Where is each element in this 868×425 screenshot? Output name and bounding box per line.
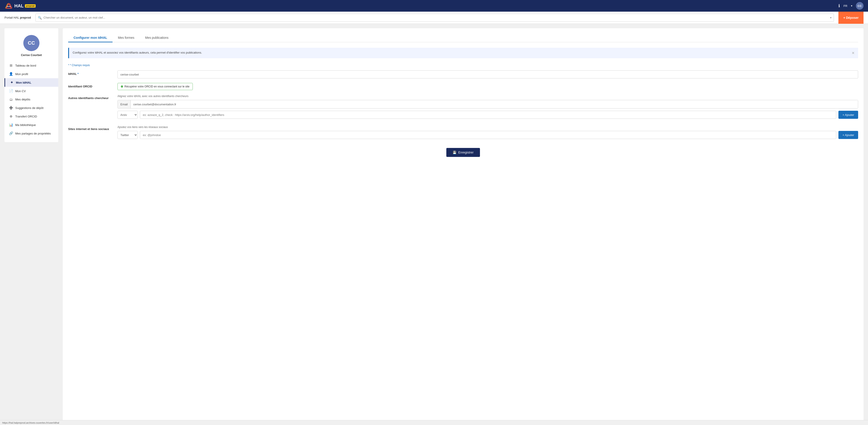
lang-arrow[interactable]: ▾	[851, 4, 852, 7]
sidebar-item-tableau-de-bord[interactable]: ⊞ Tableau de bord	[4, 61, 58, 70]
twitter-input[interactable]	[140, 131, 836, 139]
email-input-row: Email	[118, 100, 858, 109]
deposit-button[interactable]: + Déposer	[838, 12, 864, 24]
sidebar-profile: CC Cerise Courbet	[4, 33, 58, 61]
sidebar-label: Suggestions de dépôt	[15, 106, 43, 110]
info-icon[interactable]: ℹ	[838, 3, 840, 8]
sidebar: CC Cerise Courbet ⊞ Tableau de bord 👤 Mo…	[4, 28, 58, 142]
depots-icon: 🗂	[9, 97, 13, 101]
tab-configurer[interactable]: Configurer mon IdHAL	[68, 34, 113, 42]
nav-left: HAL preprod	[4, 2, 36, 10]
sidebar-avatar: CC	[23, 35, 39, 51]
hal-logo-text: HAL	[14, 3, 24, 8]
sidebar-username: Cerise Courbet	[21, 53, 42, 57]
info-banner: Configurez votre IdHAL et associez vos i…	[68, 48, 858, 58]
nav-right: ℹ FR ▾ CC	[838, 2, 864, 10]
add-arxiv-button[interactable]: + Ajouter	[838, 111, 858, 119]
orcid-input-group: Récupérer votre ORCID en vous connectant…	[118, 83, 858, 90]
save-icon: 💾	[453, 151, 457, 154]
status-url: https://hal.halpreprod.archives-ouvertes…	[2, 421, 59, 424]
orcid-transfer-icon: ⊕	[9, 114, 13, 118]
sidebar-label: Transfert ORCID	[15, 115, 37, 118]
sidebar-item-mes-depots[interactable]: 🗂 Mes dépôts	[4, 95, 58, 103]
orcid-dot-icon	[121, 85, 123, 88]
top-nav: HAL preprod ℹ FR ▾ CC	[0, 0, 868, 12]
arxiv-input[interactable]	[140, 111, 836, 119]
sidebar-item-suggestions-depot[interactable]: ➕ Suggestions de dépôt	[4, 103, 58, 112]
sidebar-label: Ma bibliothèque	[15, 123, 36, 127]
sidebar-item-ma-bibliotheque[interactable]: 📊 Ma bibliothèque	[4, 121, 58, 129]
banner-close[interactable]: ✕	[851, 51, 855, 55]
save-row: 💾 Enregistrer	[68, 148, 858, 157]
banner-text: Configurez votre IdHAL et associez vos i…	[73, 51, 847, 54]
other-ids-row: Autres identifiants chercheur Alignez vo…	[68, 95, 858, 121]
twitter-row: Twitter + Ajouter	[118, 131, 858, 139]
social-hint: Ajoutez vos liens vers les réseaux socia…	[118, 125, 858, 129]
sidebar-label: Mon profil	[15, 72, 28, 76]
required-note: * * Champs requis	[68, 64, 858, 67]
email-prefix: Email	[118, 100, 131, 108]
social-label: Sites internet et liens sociaux	[68, 125, 113, 131]
tabs: Configurer mon IdHAL Mes formes Mes publ…	[68, 34, 858, 42]
tab-mes-formes[interactable]: Mes formes	[113, 34, 140, 42]
arxiv-dropdown[interactable]: Arxiv	[118, 111, 137, 119]
sidebar-item-mon-idhal[interactable]: ✦ Mon IdHAL	[4, 78, 58, 87]
profil-icon: 👤	[9, 72, 13, 76]
suggestions-icon: ➕	[9, 106, 13, 110]
orcid-connect-button[interactable]: Récupérer votre ORCID en vous connectant…	[118, 83, 193, 90]
idhal-input-group	[118, 70, 858, 79]
sidebar-item-mes-partages[interactable]: 🔗 Mes partages de propriétés	[4, 129, 58, 138]
search-bar-row: Portail HAL preprod 🔍 ▾ + Déposer	[0, 12, 868, 24]
tab-mes-publications[interactable]: Mes publications	[140, 34, 174, 42]
orcid-row: Identifiant ORCID Récupérer votre ORCID …	[68, 83, 858, 90]
portal-label: Portail HAL preprod	[4, 16, 31, 19]
email-input[interactable]	[131, 100, 858, 108]
content-area: Configurer mon IdHAL Mes formes Mes publ…	[63, 28, 864, 421]
user-avatar-nav[interactable]: CC	[856, 2, 864, 10]
status-bar: https://hal.halpreprod.archives-ouvertes…	[0, 420, 868, 425]
cv-icon: 📄	[9, 89, 13, 93]
orcid-label: Identifiant ORCID	[68, 83, 113, 88]
search-icon: 🔍	[38, 16, 42, 20]
lang-selector[interactable]: FR	[843, 4, 847, 8]
sidebar-item-mon-cv[interactable]: 📄 Mon CV	[4, 87, 58, 95]
sidebar-label: Mon CV	[15, 89, 26, 93]
idhal-row: IdHAL *	[68, 70, 858, 79]
idhal-input[interactable]	[118, 70, 858, 79]
sidebar-label: Mes dépôts	[15, 98, 30, 101]
search-input[interactable]	[43, 16, 830, 19]
sidebar-label: Tableau de bord	[15, 64, 36, 67]
sidebar-item-transfert-orcid[interactable]: ⊕ Transfert ORCID	[4, 112, 58, 121]
dashboard-icon: ⊞	[9, 63, 13, 67]
add-social-button[interactable]: + Ajouter	[838, 131, 858, 139]
idhal-icon: ✦	[10, 81, 14, 85]
preprod-badge: preprod	[25, 4, 36, 8]
partages-icon: 🔗	[9, 131, 13, 135]
other-ids-input-group: Alignez votre IdHAL avec vos autres iden…	[118, 95, 858, 121]
twitter-dropdown[interactable]: Twitter	[118, 131, 137, 139]
sidebar-item-mon-profil[interactable]: 👤 Mon profil	[4, 70, 58, 78]
social-input-group: Ajoutez vos liens vers les réseaux socia…	[118, 125, 858, 141]
main-layout: CC Cerise Courbet ⊞ Tableau de bord 👤 Mo…	[0, 24, 868, 425]
idhal-label: IdHAL *	[68, 70, 113, 75]
sidebar-label: Mon IdHAL	[16, 81, 31, 84]
sidebar-label: Mes partages de propriétés	[15, 132, 51, 135]
other-ids-label: Autres identifiants chercheur	[68, 95, 113, 100]
social-row: Sites internet et liens sociaux Ajoutez …	[68, 125, 858, 141]
search-container[interactable]: 🔍 ▾	[35, 14, 834, 22]
arxiv-row: Arxiv + Ajouter	[118, 111, 858, 119]
hal-logo[interactable]: HAL preprod	[4, 2, 36, 10]
save-button[interactable]: 💾 Enregistrer	[446, 148, 480, 157]
search-dropdown-arrow[interactable]: ▾	[830, 16, 832, 19]
align-hint: Alignez votre IdHAL avec vos autres iden…	[118, 95, 858, 98]
biblio-icon: 📊	[9, 123, 13, 127]
svg-marker-0	[6, 3, 11, 8]
